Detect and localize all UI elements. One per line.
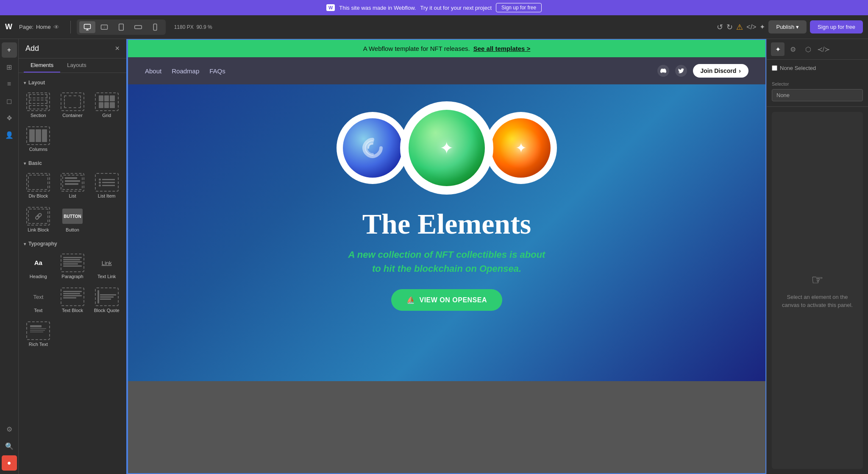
toolbar-actions: ↺ ↻ ⚠ </> ✦ Publish ▾ Sign up for free bbox=[717, 20, 863, 33]
discord-btn-chevron: › bbox=[739, 67, 741, 74]
custom-code-panel-button[interactable]: ≺/≻ bbox=[817, 42, 830, 56]
twitter-social-icon[interactable] bbox=[675, 65, 687, 77]
list-label: List bbox=[69, 193, 76, 198]
site-banner-link[interactable]: See all templates > bbox=[473, 45, 531, 52]
warning-icon[interactable]: ⚠ bbox=[736, 22, 743, 32]
link-block-label: Link Block bbox=[28, 227, 49, 232]
element-columns[interactable]: Columns bbox=[22, 123, 55, 155]
undo-button[interactable]: ↺ bbox=[717, 22, 723, 32]
element-list[interactable]: List bbox=[56, 170, 89, 202]
page-info: Page: Home 👁 bbox=[19, 24, 59, 31]
nav-faqs[interactable]: FAQs bbox=[209, 67, 225, 75]
viewport-tablet-portrait-button[interactable] bbox=[113, 21, 129, 33]
basic-elements-grid: Div Block List bbox=[19, 168, 126, 237]
element-text[interactable]: Text Text bbox=[22, 284, 55, 316]
left-icon-bar: + ⊞ ≡ ◻ ❖ 👤 ⚙ 🔍 ● bbox=[0, 39, 19, 474]
error-badge-icon[interactable]: ● bbox=[2, 455, 17, 471]
nav-about[interactable]: About bbox=[145, 67, 161, 75]
main-layout: + ⊞ ≡ ◻ ❖ 👤 ⚙ 🔍 ● Add × Elements Layouts… bbox=[0, 39, 868, 474]
canvas-inner[interactable]: A Webflow template for NFT releases. See… bbox=[127, 39, 766, 474]
none-selected-checkbox[interactable] bbox=[772, 65, 777, 71]
element-link-block[interactable]: Link Block bbox=[22, 204, 55, 236]
svg-rect-0 bbox=[84, 24, 90, 29]
users-icon[interactable]: 👤 bbox=[2, 127, 17, 142]
banner-signup-button[interactable]: Sign up for free bbox=[496, 3, 542, 12]
none-selected-label: None Selected bbox=[780, 65, 816, 71]
element-heading[interactable]: Aa Heading bbox=[22, 250, 55, 282]
right-panel-toolbar: ✦ ⚙ ⬡ ≺/≻ bbox=[767, 39, 868, 60]
container-label: Container bbox=[62, 113, 83, 118]
layout-section-label: Layout bbox=[28, 80, 45, 86]
element-paragraph[interactable]: Paragraph bbox=[56, 250, 89, 282]
swirl-icon bbox=[360, 135, 385, 161]
text-block-label: Text Block bbox=[62, 308, 83, 313]
selector-input[interactable]: None bbox=[772, 89, 863, 101]
viewport-desktop-button[interactable] bbox=[79, 21, 95, 33]
none-selected-row: None Selected bbox=[767, 60, 868, 76]
settings-panel-button[interactable]: ⚙ bbox=[786, 42, 800, 56]
text-link-icon: Link bbox=[95, 254, 119, 272]
pages-icon[interactable]: ⊞ bbox=[2, 59, 17, 75]
add-panel-header: Add × bbox=[19, 39, 126, 59]
element-div-block[interactable]: Div Block bbox=[22, 170, 55, 202]
element-grid[interactable]: Grid bbox=[90, 89, 123, 121]
element-rich-text[interactable]: Rich Text bbox=[22, 318, 55, 350]
cursor-prompt-icon: ☞ bbox=[811, 272, 823, 288]
canvas-prompt: ☞ Select an element on the canvas to act… bbox=[772, 112, 863, 469]
viewport-mobile-landscape-button[interactable] bbox=[130, 21, 146, 33]
layout-section-header[interactable]: ▾ Layout bbox=[19, 76, 126, 87]
list-item-icon bbox=[95, 173, 119, 192]
site-nav: About Roadmap FAQs Join Discord › bbox=[128, 57, 765, 84]
element-list-item[interactable]: List Item bbox=[90, 170, 123, 202]
signup-free-button[interactable]: Sign up for free bbox=[810, 20, 863, 33]
element-text-link[interactable]: Link Text Link bbox=[90, 250, 123, 282]
basic-section-header[interactable]: ▾ Basic bbox=[19, 157, 126, 168]
typography-elements-grid: Aa Heading Paragraph Link bbox=[19, 248, 126, 352]
preview-icon[interactable]: 👁 bbox=[53, 24, 59, 31]
components-icon[interactable]: ❖ bbox=[2, 110, 17, 125]
viewport-tablet-landscape-button[interactable] bbox=[96, 21, 112, 33]
canvas-area[interactable]: A Webflow template for NFT releases. See… bbox=[127, 39, 766, 474]
close-panel-button[interactable]: × bbox=[115, 44, 120, 53]
nav-right: Join Discord › bbox=[657, 64, 748, 78]
element-section[interactable]: Section bbox=[22, 89, 55, 121]
section-label: Section bbox=[31, 113, 46, 118]
search-icon[interactable]: 🔍 bbox=[2, 438, 17, 454]
redo-button[interactable]: ↻ bbox=[726, 22, 733, 32]
publish-button[interactable]: Publish ▾ bbox=[768, 20, 807, 33]
orbs-container: ✦ ✦ bbox=[337, 101, 557, 195]
interactions-panel-button[interactable]: ⬡ bbox=[801, 42, 815, 56]
typography-section-header[interactable]: ▾ Typography bbox=[19, 237, 126, 248]
hero-subtitle-em: new collection of NFT collectibles bbox=[357, 249, 509, 260]
ai-icon[interactable]: ✦ bbox=[760, 23, 765, 31]
add-panel-icon[interactable]: + bbox=[2, 42, 17, 58]
tab-elements[interactable]: Elements bbox=[24, 59, 60, 72]
settings-icon[interactable]: ⚙ bbox=[2, 421, 17, 437]
join-discord-button[interactable]: Join Discord › bbox=[693, 64, 748, 78]
hero-cta-button[interactable]: ⛵ VIEW ON OPENSEA bbox=[391, 289, 502, 311]
tab-layouts[interactable]: Layouts bbox=[60, 59, 93, 72]
discord-social-icon[interactable] bbox=[657, 65, 669, 77]
button-label: Button bbox=[66, 227, 79, 232]
top-banner: W This site was made in Webflow. Try it … bbox=[0, 0, 868, 15]
block-quote-label: Block Quote bbox=[94, 308, 120, 313]
viewport-mobile-portrait-button[interactable] bbox=[147, 21, 163, 33]
nav-roadmap[interactable]: Roadmap bbox=[172, 67, 199, 75]
join-discord-label: Join Discord bbox=[701, 67, 737, 74]
hero-cta-icon: ⛵ bbox=[406, 296, 415, 304]
link-block-icon bbox=[26, 207, 50, 226]
typography-section-label: Typography bbox=[28, 241, 57, 247]
element-button[interactable]: BUTTON Button bbox=[56, 204, 89, 236]
layers-icon[interactable]: ≡ bbox=[2, 76, 17, 92]
hero-cta-label: VIEW ON OPENSEA bbox=[419, 296, 487, 304]
element-block-quote[interactable]: Block Quote bbox=[90, 284, 123, 316]
assets-icon[interactable]: ◻ bbox=[2, 93, 17, 109]
code-button[interactable]: </> bbox=[746, 23, 756, 31]
page-name[interactable]: Home bbox=[36, 24, 51, 30]
element-text-block[interactable]: Text Block bbox=[56, 284, 89, 316]
svg-point-4 bbox=[104, 27, 105, 28]
canvas-prompt-text: Select an element on the canvas to activ… bbox=[780, 293, 854, 309]
style-panel-button[interactable]: ✦ bbox=[771, 42, 785, 56]
webflow-logo-toolbar: W bbox=[5, 22, 12, 31]
element-container[interactable]: Container bbox=[56, 89, 89, 121]
